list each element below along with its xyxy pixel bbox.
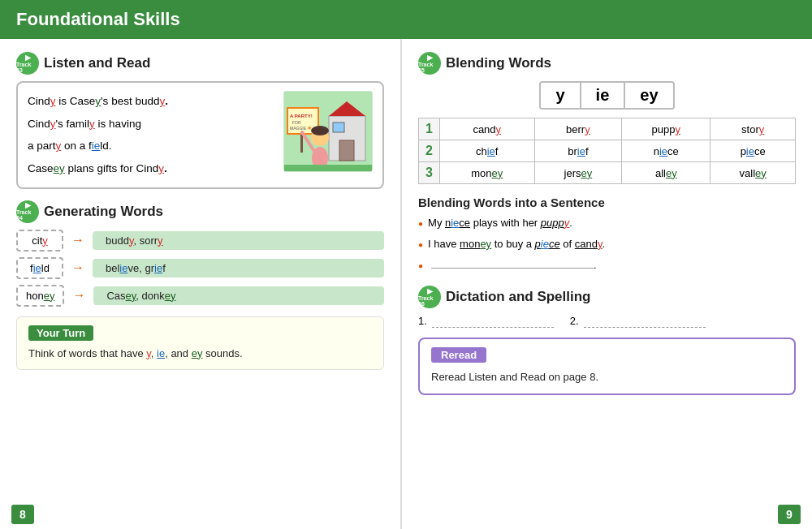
word-y-4: y [89,118,95,130]
listen-read-title: Listen and Read [44,55,150,71]
page-header-title: Foundational Skills [16,9,180,30]
blend-col-niece: niece [622,140,710,162]
sentence-line-3: ● . [418,256,796,274]
page-number-left: 8 [11,505,34,524]
your-turn-box: Your Turn Think of words that have y, ie… [16,316,384,371]
dictation-blank-2 [584,315,706,328]
right-page: ▶ Track 05 Blending Words y ie ey 1 cand… [402,39,812,529]
dictation-section: ▶ Track 06 Dictation and Spelling 1. 2. [418,286,796,328]
word-y-3: y [50,118,56,130]
phonics-ey: ey [625,83,672,108]
audio-icon-dictation[interactable]: ▶ Track 06 [418,286,441,308]
blending-sentence-section: Blending Words into a Sentence ● My niec… [418,196,796,274]
gen-arrow-1: → [71,233,84,247]
sentence-blank-3 [431,268,594,269]
listen-read-section: ▶ Track 03 Listen and Read [16,52,384,75]
blend-row-2: 2 chief brief niece piece [419,140,796,162]
dictation-title-row: ▶ Track 06 Dictation and Spelling [418,286,796,308]
reread-text: Reread Listen and Read on page 8. [431,369,783,385]
svg-rect-4 [333,123,344,132]
svg-text:FOR: FOR [292,120,301,125]
word-ey-1: y [95,95,101,107]
gen-result-3: Casey, donkey [93,286,384,305]
blend-row-3: 3 money jersey alley valley [419,162,796,184]
sentence-line-2: ● I have money to buy a piece of candy. [418,235,796,253]
your-turn-ey: ey [192,347,203,359]
svg-point-13 [311,126,329,135]
bullet-2: ● [418,238,423,252]
bullet-3: ● [418,259,423,273]
blend-col-berry: berry [534,118,622,140]
blend-col-candy: candy [439,118,534,140]
gen-row-3: honey → Casey, donkey [16,285,384,307]
sentence-text-2: I have money to buy a piece of candy. [428,235,605,253]
listen-read-box: Cindy is Casey's best buddy. Cindy's fam… [16,81,384,189]
sentence-text-1: My niece plays with her puppy. [428,214,572,232]
your-turn-ie: ie [157,347,165,359]
blending-words-title-row: ▶ Track 05 Blending Words [418,52,796,75]
gen-source-1: city [16,230,63,252]
sentence-line-1: ● My niece plays with her puppy. [418,214,796,232]
blending-words-title: Blending Words [446,55,551,71]
blending-words-section: ▶ Track 05 Blending Words y ie ey 1 cand… [418,52,796,184]
listen-line-1: Cindy is Casey's best buddy. [28,91,275,112]
svg-text:MAGGIE: MAGGIE [290,126,307,131]
gen-row-1: city → buddy, sorry [16,230,384,252]
svg-text:★: ★ [307,125,312,131]
word-ie-1: ie [92,140,101,152]
blend-col-chief: chief [439,140,534,162]
illustration-svg: A PARTY! FOR MAGGIE ★ [284,92,372,171]
audio-icon-blending[interactable]: ▶ Track 05 [418,52,441,75]
reread-label: Reread [431,347,486,363]
blend-col-story: story [710,118,796,140]
dictation-blank-1 [432,315,554,328]
phonics-display: y ie ey [418,81,796,110]
dictation-blanks: 1. 2. [418,315,796,328]
audio-icon-generating[interactable]: ▶ Track 04 [16,200,39,223]
blend-col-alley: alley [622,162,710,184]
listen-read-text: Cindy is Casey's best buddy. Cindy's fam… [28,91,275,179]
svg-text:A PARTY!: A PARTY! [290,114,313,118]
page-number-right: 9 [778,505,801,524]
blend-row-num-2: 2 [419,140,440,162]
page-header: Foundational Skills [0,0,812,39]
gen-arrow-2: → [71,260,84,275]
generating-words-title: Generating Words [44,204,163,220]
listen-read-image: A PARTY! FOR MAGGIE ★ [283,91,373,172]
dictation-title: Dictation and Spelling [446,289,591,305]
your-turn-label: Your Turn [28,325,93,341]
your-turn-text: Think of words that have y, ie, and ey s… [28,346,372,362]
phonics-display-inner: y ie ey [539,81,674,110]
blend-row-num-1: 1 [419,118,440,140]
gen-source-2: field [16,257,63,279]
word-ey-2: ey [54,162,65,174]
generating-words-title-row: ▶ Track 04 Generating Words [16,200,384,223]
dictation-item-2: 2. [570,315,706,328]
blend-col-valley: valley [710,162,796,184]
reread-box: Reread Reread Listen and Read on page 8. [418,338,796,395]
word-y-5: y [56,140,62,152]
blend-row-num-3: 3 [419,162,440,184]
blend-row-1: 1 candy berry puppy story [419,118,796,140]
gen-result-2: believe, grief [93,259,384,277]
blending-sentence-title: Blending Words into a Sentence [418,196,796,209]
gen-arrow-3: → [72,288,85,303]
blend-col-money: money [439,162,534,184]
dictation-label-2: 2. [570,315,579,327]
blend-table: 1 candy berry puppy story 2 chief brief … [418,118,796,184]
svg-rect-3 [339,140,354,161]
svg-rect-17 [284,165,372,171]
gen-result-1: buddy, sorry [93,231,384,250]
audio-icon-listen[interactable]: ▶ Track 03 [16,52,39,75]
generating-words-section: ▶ Track 04 Generating Words city → buddy… [16,200,384,307]
blend-col-brief: brief [534,140,622,162]
blend-col-jersey: jersey [534,162,622,184]
blend-col-piece: piece [710,140,796,162]
bullet-1: ● [418,217,423,230]
left-page: ▶ Track 03 Listen and Read Cindy is Case… [0,39,402,529]
word-y-1: y [50,95,56,107]
listen-line-3: a party on a field. [28,135,275,157]
your-turn-y: y [146,347,151,359]
listen-line-4: Caseey plans gifts for Cindy. [28,158,275,179]
blend-col-puppy: puppy [622,118,710,140]
